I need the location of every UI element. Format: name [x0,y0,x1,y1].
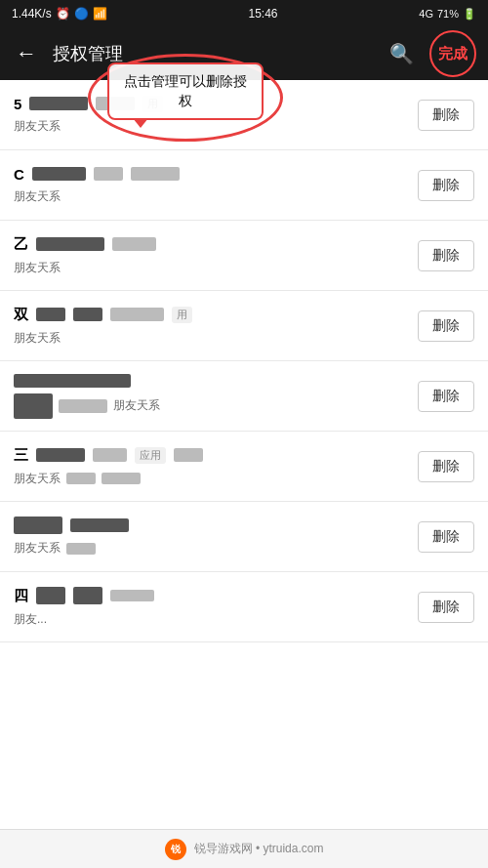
item-content: 乙 朋友天系 [14,235,408,276]
search-icon: 🔍 [389,43,414,64]
item-permission-label: 朋友天系 [14,118,61,135]
item-prefix: 5 [14,96,21,112]
blurred-extra [174,448,203,462]
item-row1: 乙 [14,235,408,254]
delete-button-2[interactable]: 删除 [418,240,474,271]
tooltip-annotation: 点击管理可以删除授权 [107,62,264,120]
item-permission-label: 朋友天系 [14,188,61,205]
blurred-detail [94,167,123,181]
time-display: 15:46 [248,7,277,21]
blurred-detail [110,590,154,601]
blurred-small [66,473,96,484]
blurred-name [36,308,65,321]
item-row1: 三 应用 [14,446,408,465]
item-prefix: C [14,166,24,183]
item-permission-label: 朋友... [14,611,47,628]
status-left: 1.44K/s ⏰ 🔵 📶 [12,7,107,21]
delete-button-1[interactable]: 删除 [418,170,474,201]
done-button[interactable]: 完成 [429,30,476,77]
bluetooth-icon: 🔵 [74,7,89,21]
item-content: 三 应用 朋友天系 [14,446,408,487]
blurred-name [14,517,62,534]
status-right: 4G 71% 🔋 [419,8,476,21]
item-permission-label: 朋友天系 [113,397,160,414]
blurred-small [66,543,96,555]
blurred-detail [112,237,156,251]
status-bar: 1.44K/s ⏰ 🔵 📶 15:46 4G 71% 🔋 [0,0,488,27]
blurred-avatar [36,587,65,604]
blurred-detail2 [131,167,180,181]
blurred-name [36,448,85,462]
list-item: C 朋友天系 删除 [0,150,488,221]
item-row2: 朋友天系 [14,188,408,205]
delete-button-5[interactable]: 删除 [418,451,474,482]
blurred-detail [93,448,127,462]
item-row1 [14,517,408,534]
blurred-name [32,167,86,181]
item-content: 朋友天系 [14,517,408,557]
footer-bar: 锐 锐导游戏网 • ytruida.com [0,829,488,868]
item-tag: 应用 [135,447,166,464]
item-row1: 双 用 [14,306,408,324]
blurred-avatar2 [73,587,102,604]
item-row1: C [14,166,408,183]
blurred-small2 [102,473,141,484]
item-row2: 朋友天系 [14,260,408,276]
alarm-icon: ⏰ [56,7,70,21]
list-item: 四 朋友... 删除 [0,572,488,642]
list-item: 朋友天系 删除 [0,361,488,432]
delete-button-4[interactable]: 删除 [418,381,474,412]
status-center: 15:46 [248,7,277,21]
item-prefix: 四 [14,587,28,605]
item-row2: 朋友天系 [14,330,408,347]
item-content: C 朋友天系 [14,166,408,205]
delete-button-6[interactable]: 删除 [418,521,474,553]
blurred-name2 [73,308,102,321]
battery-label: 71% [437,8,459,20]
tooltip-text: 点击管理可以删除授权 [124,73,247,108]
list-item: 双 用 朋友天系 删除 [0,291,488,361]
delete-button-7[interactable]: 删除 [418,592,474,623]
item-prefix: 三 [14,446,28,465]
battery-icon: 🔋 [463,8,476,21]
item-row1: 四 [14,587,408,605]
item-tag: 用 [172,307,192,323]
blurred-name [36,237,104,251]
item-permission-label: 朋友天系 [14,540,61,557]
item-permission-label: 朋友天系 [14,471,61,487]
item-row2: 朋友天系 [14,118,408,135]
wifi-icon: 📶 [93,7,107,21]
signal-label: 4G [419,8,433,20]
item-row1 [14,374,408,388]
item-content: 朋友天系 [14,374,408,419]
item-prefix: 乙 [14,235,28,254]
item-content: 双 用 朋友天系 [14,306,408,347]
back-button[interactable]: ← [12,37,41,70]
search-button[interactable]: 🔍 [386,38,418,69]
blurred-detail [110,308,164,321]
blurred-name [14,374,131,388]
auth-list: 5 用 朋友天系 删除 C 朋友天系 删除 [0,80,488,829]
list-item: 三 应用 朋友天系 删除 [0,432,488,502]
item-permission-label: 朋友天系 [14,330,61,347]
footer-site: 锐导游戏网 • ytruida.com [194,841,324,857]
blurred-name2 [70,518,129,532]
item-row2: 朋友天系 [14,393,408,419]
delete-button-3[interactable]: 删除 [418,310,474,342]
list-item: 朋友天系 删除 [0,502,488,572]
footer-logo: 锐 [165,839,186,860]
blurred-label [59,399,107,413]
item-row2: 朋友... [14,611,408,628]
blurred-avatar [14,393,53,419]
item-row2: 朋友天系 [14,540,408,557]
item-prefix: 双 [14,306,28,324]
item-content: 四 朋友... [14,587,408,628]
item-permission-label: 朋友天系 [14,260,61,276]
speed-indicator: 1.44K/s [12,7,52,21]
item-row2: 朋友天系 [14,471,408,487]
list-item: 乙 朋友天系 删除 [0,221,488,291]
delete-button-0[interactable]: 删除 [418,100,474,131]
blurred-name [29,97,88,110]
